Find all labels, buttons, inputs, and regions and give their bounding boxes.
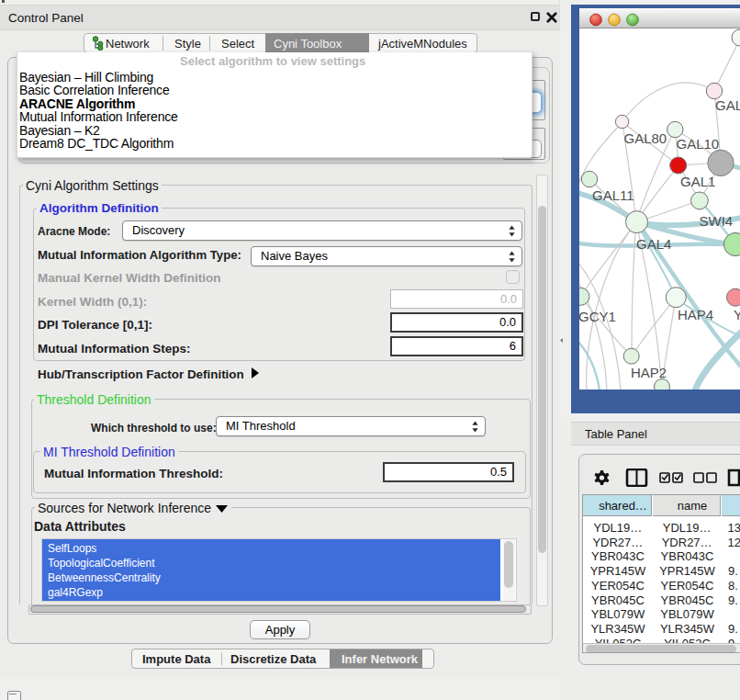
svg-text:GAL: GAL: [715, 97, 740, 113]
svg-text:HAP4: HAP4: [678, 307, 713, 322]
svg-text:GAL80: GAL80: [624, 130, 667, 146]
svg-text:SWI4: SWI4: [700, 213, 734, 229]
svg-text:GCY1: GCY1: [579, 309, 616, 324]
svg-text:Y: Y: [734, 307, 740, 322]
svg-text:GAL11: GAL11: [592, 187, 634, 203]
svg-text:GAL1: GAL1: [680, 174, 715, 189]
svg-text:GAL4: GAL4: [636, 236, 671, 252]
svg-text:HAP2: HAP2: [631, 365, 667, 380]
svg-text:GAL10: GAL10: [677, 136, 720, 152]
